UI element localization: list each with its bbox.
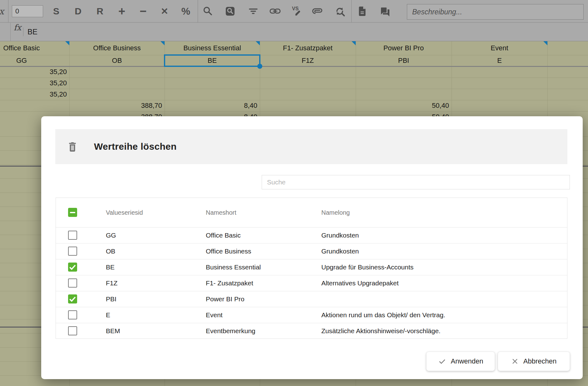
check-icon (438, 357, 446, 365)
table-header-row: Valueseriesid Nameshort Namelong (56, 198, 567, 227)
table-row[interactable]: BE Business Essential Upgrade für Busine… (56, 259, 567, 275)
col-header-namelong: Namelong (321, 198, 350, 227)
row-namelong: Alternatives Upgradepaket (321, 275, 398, 291)
delete-value-series-dialog: Wertreihe löschen Valueseriesid Nameshor… (41, 116, 583, 379)
row-checkbox[interactable] (68, 294, 77, 303)
row-id: PBI (106, 291, 116, 307)
row-id: F1Z (106, 275, 117, 291)
table-row[interactable]: E Event Aktionen rund um das Objekt/ den… (56, 307, 567, 323)
table-row[interactable]: PBI Power BI Pro (56, 291, 567, 307)
row-id: E (106, 307, 110, 323)
table-row[interactable]: BEM Eventbemerkung Zusätzliche Aktionshi… (56, 323, 567, 339)
apply-button[interactable]: Anwenden (426, 352, 495, 371)
cancel-button[interactable]: Abbrechen (498, 352, 570, 371)
row-checkbox[interactable] (68, 263, 77, 272)
apply-button-label: Anwenden (451, 357, 483, 365)
row-checkbox[interactable] (68, 326, 77, 335)
row-nameshort: Power BI Pro (206, 291, 245, 307)
trash-icon (67, 140, 78, 153)
row-checkbox[interactable] (68, 278, 77, 288)
check-icon (68, 263, 77, 272)
col-header-nameshort: Nameshort (206, 198, 236, 227)
row-checkbox[interactable] (68, 247, 77, 256)
row-id: GG (106, 228, 116, 243)
row-id: BEM (106, 323, 120, 339)
cancel-button-label: Abbrechen (523, 357, 556, 365)
dialog-header: Wertreihe löschen (55, 129, 567, 164)
row-id: OB (106, 243, 115, 259)
value-series-table: Valueseriesid Nameshort Namelong GG Offi… (56, 198, 567, 339)
indeterminate-icon (70, 212, 75, 213)
table-row[interactable]: OB Office Business Grundkosten (56, 243, 567, 259)
dialog-title: Wertreihe löschen (94, 141, 177, 152)
row-namelong: Grundkosten (321, 228, 359, 243)
row-namelong: Aktionen rund um das Objekt/ den Vertrag… (321, 307, 445, 323)
row-checkbox[interactable] (68, 231, 77, 240)
app-window: x S D R + − ✕ % (0, 0, 588, 386)
row-namelong: Grundkosten (321, 243, 359, 259)
dialog-search-input[interactable] (262, 175, 570, 189)
row-nameshort: Office Business (206, 243, 251, 259)
row-namelong: Zusätzliche Aktionshinweise/-vorschläge. (321, 323, 441, 339)
table-row[interactable]: GG Office Basic Grundkosten (56, 227, 567, 243)
row-nameshort: Business Essential (206, 259, 261, 275)
check-icon (68, 294, 77, 303)
col-header-valueseriesid: Valueseriesid (106, 198, 143, 227)
row-namelong: Upgrade für Business-Accounts (321, 259, 413, 275)
row-nameshort: Event (206, 307, 223, 323)
row-checkbox[interactable] (68, 310, 77, 319)
row-nameshort: Office Basic (206, 228, 241, 243)
select-all-checkbox[interactable] (68, 208, 77, 217)
row-nameshort: F1- Zusatzpaket (206, 275, 253, 291)
row-nameshort: Eventbemerkung (206, 323, 255, 339)
table-row[interactable]: F1Z F1- Zusatzpaket Alternatives Upgrade… (56, 275, 567, 291)
x-icon (511, 358, 519, 365)
row-id: BE (106, 259, 115, 275)
